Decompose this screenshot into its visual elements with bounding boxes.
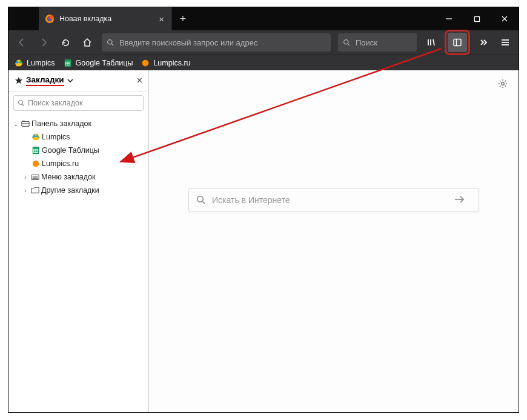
svg-line-7 bbox=[111, 44, 113, 45]
bookmark-item[interactable]: Google Таблицы bbox=[64, 59, 133, 67]
sheets-icon bbox=[64, 59, 72, 67]
svg-line-12 bbox=[433, 39, 434, 45]
maximize-button[interactable] bbox=[463, 7, 491, 30]
search-icon bbox=[196, 195, 206, 205]
annotation-highlight bbox=[445, 30, 470, 55]
sidebar-search-placeholder: Поиск закладок bbox=[28, 99, 82, 107]
close-window-button[interactable] bbox=[491, 7, 519, 30]
minimize-button[interactable] bbox=[435, 7, 463, 30]
drive-icon bbox=[31, 133, 40, 141]
close-tab-button[interactable]: × bbox=[156, 14, 167, 24]
star-icon bbox=[15, 76, 23, 85]
svg-rect-27 bbox=[22, 123, 29, 124]
svg-rect-13 bbox=[454, 39, 461, 46]
bookmark-label: Lumpics.ru bbox=[153, 59, 190, 67]
bookmarks-tree: ⌄ Панель закладок Lumpics Google Таблицы… bbox=[8, 115, 148, 199]
search-bar[interactable]: Поиск bbox=[338, 33, 417, 52]
forward-button[interactable] bbox=[34, 33, 53, 52]
orange-icon bbox=[31, 159, 40, 168]
tree-folder-label: Другие закладки bbox=[41, 186, 99, 195]
tree-bookmark-item[interactable]: Google Таблицы bbox=[8, 144, 148, 157]
sidebar-switcher[interactable]: Закладки bbox=[15, 75, 73, 86]
new-tab-button[interactable]: + bbox=[172, 7, 194, 30]
svg-point-6 bbox=[108, 39, 112, 44]
svg-point-37 bbox=[502, 82, 505, 85]
bookmarks-toolbar: Lumpics Google Таблицы Lumpics.ru bbox=[8, 55, 519, 70]
folder-menu-icon bbox=[31, 173, 39, 181]
folder-icon bbox=[31, 186, 39, 195]
svg-line-39 bbox=[203, 202, 205, 204]
twisty-closed-icon: › bbox=[22, 187, 29, 194]
svg-rect-3 bbox=[474, 16, 479, 21]
library-icon[interactable] bbox=[422, 33, 441, 52]
sidebar-toggle-button[interactable] bbox=[448, 33, 467, 52]
page-content: Искать в Интернете bbox=[149, 70, 519, 412]
svg-point-38 bbox=[197, 196, 204, 202]
twisty-closed-icon: › bbox=[22, 174, 29, 181]
search-icon bbox=[107, 39, 114, 47]
svg-line-9 bbox=[348, 44, 350, 45]
gear-icon bbox=[498, 79, 508, 88]
reload-button[interactable] bbox=[56, 33, 75, 52]
bookmark-item[interactable]: Lumpics.ru bbox=[141, 59, 190, 67]
sidebar-search-input[interactable]: Поиск закладок bbox=[13, 95, 144, 111]
bookmark-item[interactable]: Lumpics bbox=[15, 59, 55, 67]
home-button[interactable] bbox=[78, 33, 97, 52]
chevron-down-icon bbox=[67, 78, 73, 84]
bookmarks-sidebar: Закладки × Поиск закладок ⌄ Панель закла… bbox=[8, 70, 149, 412]
tree-folder-toolbar[interactable]: ⌄ Панель закладок bbox=[8, 117, 148, 130]
tree-folder-label: Меню закладок bbox=[41, 173, 96, 181]
url-placeholder: Введите поисковый запрос или адрес bbox=[119, 38, 257, 47]
svg-point-8 bbox=[344, 39, 348, 44]
tree-bookmark-item[interactable]: Lumpics bbox=[8, 130, 148, 144]
tree-bookmark-item[interactable]: Lumpics.ru bbox=[8, 157, 148, 170]
tree-folder-label: Панель закладок bbox=[31, 119, 91, 128]
arrow-right-icon bbox=[454, 195, 471, 205]
search-icon bbox=[18, 99, 25, 107]
tree-item-label: Google Таблицы bbox=[42, 146, 99, 155]
svg-point-24 bbox=[19, 101, 23, 105]
overflow-button[interactable] bbox=[474, 33, 493, 52]
svg-rect-26 bbox=[22, 122, 29, 127]
svg-point-32 bbox=[33, 161, 39, 167]
back-button[interactable] bbox=[12, 33, 31, 52]
browser-tab[interactable]: Новая вкладка × bbox=[39, 7, 172, 30]
orange-icon bbox=[141, 59, 150, 67]
sheets-icon bbox=[31, 146, 40, 155]
url-bar[interactable]: Введите поисковый запрос или адрес bbox=[102, 33, 331, 52]
tree-folder-menu[interactable]: › Меню закладок bbox=[8, 170, 148, 184]
bookmark-label: Google Таблицы bbox=[76, 59, 133, 67]
firefox-icon bbox=[45, 14, 55, 24]
bookmark-label: Lumpics bbox=[27, 59, 55, 67]
search-icon bbox=[343, 39, 351, 47]
tab-title: Новая вкладка bbox=[59, 15, 156, 23]
titlebar: Новая вкладка × + bbox=[8, 7, 519, 30]
newtab-search-input[interactable]: Искать в Интернете bbox=[188, 188, 479, 212]
twisty-open-icon: ⌄ bbox=[12, 121, 19, 127]
close-sidebar-button[interactable]: × bbox=[137, 75, 142, 86]
customize-button[interactable] bbox=[498, 79, 508, 91]
tree-item-label: Lumpics.ru bbox=[42, 159, 79, 168]
folder-toolbar-icon bbox=[21, 119, 30, 128]
svg-line-25 bbox=[22, 104, 24, 106]
drive-icon bbox=[15, 59, 23, 67]
tree-item-label: Lumpics bbox=[42, 133, 70, 141]
menu-button[interactable] bbox=[496, 33, 515, 52]
newtab-search-placeholder: Искать в Интернете bbox=[212, 195, 290, 205]
sidebar-title: Закладки bbox=[26, 75, 64, 86]
navbar: Введите поисковый запрос или адрес Поиск bbox=[8, 30, 519, 55]
search-placeholder: Поиск bbox=[356, 38, 377, 47]
tree-folder-other[interactable]: › Другие закладки bbox=[8, 184, 148, 197]
